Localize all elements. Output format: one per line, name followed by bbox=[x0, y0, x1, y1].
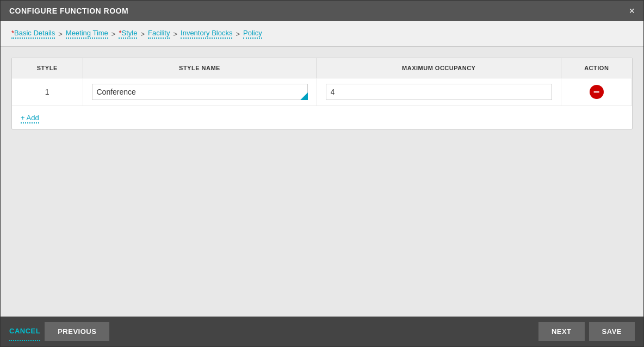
footer-right: NEXT SAVE bbox=[538, 322, 635, 341]
breadcrumb-separator-2: > bbox=[112, 30, 116, 38]
max-occupancy-input[interactable] bbox=[326, 84, 553, 100]
minus-icon: − bbox=[590, 85, 604, 99]
breadcrumb-item-policy[interactable]: Policy bbox=[243, 29, 262, 39]
col-header-action: ACTION bbox=[561, 58, 632, 78]
style-table-container: STYLE STYLE NAME MAXIMUM OCCUPANCY ACTIO… bbox=[11, 58, 633, 129]
footer-left: CANCEL PREVIOUS bbox=[9, 322, 109, 341]
breadcrumb-item-style[interactable]: Style bbox=[119, 29, 137, 39]
add-style-link[interactable]: + Add bbox=[21, 114, 39, 123]
next-button[interactable]: NEXT bbox=[538, 322, 585, 341]
breadcrumb: Basic Details > Meeting Time > Style > F… bbox=[1, 21, 643, 47]
col-header-max-occupancy: MAXIMUM OCCUPANCY bbox=[317, 58, 561, 78]
col-header-style: STYLE bbox=[12, 58, 83, 78]
configure-function-room-modal: CONFIGURE FUNCTION ROOM × Basic Details … bbox=[0, 0, 644, 347]
breadcrumb-item-inventory-blocks[interactable]: Inventory Blocks bbox=[181, 29, 232, 39]
modal-close-button[interactable]: × bbox=[629, 6, 635, 16]
breadcrumb-separator-4: > bbox=[173, 30, 177, 38]
breadcrumb-separator-1: > bbox=[58, 30, 63, 38]
col-header-style-name: STYLE NAME bbox=[83, 58, 317, 78]
breadcrumb-separator-3: > bbox=[140, 30, 145, 38]
cancel-button[interactable]: CANCEL bbox=[9, 322, 40, 341]
breadcrumb-item-meeting-time[interactable]: Meeting Time bbox=[66, 29, 108, 39]
action-cell: − bbox=[561, 78, 632, 106]
modal-header: CONFIGURE FUNCTION ROOM × bbox=[1, 1, 643, 21]
breadcrumb-item-basic-details[interactable]: Basic Details bbox=[11, 29, 55, 39]
max-occupancy-cell bbox=[317, 78, 561, 106]
style-number-cell: 1 bbox=[12, 78, 83, 106]
save-button[interactable]: SAVE bbox=[589, 322, 635, 341]
breadcrumb-item-facility[interactable]: Facility bbox=[148, 29, 170, 39]
previous-button[interactable]: PREVIOUS bbox=[45, 322, 109, 341]
style-name-cell bbox=[83, 78, 317, 106]
style-name-input-wrapper bbox=[92, 84, 308, 100]
add-row-section: + Add bbox=[12, 106, 632, 129]
content-area: STYLE STYLE NAME MAXIMUM OCCUPANCY ACTIO… bbox=[1, 47, 643, 317]
style-table: STYLE STYLE NAME MAXIMUM OCCUPANCY ACTIO… bbox=[12, 58, 632, 106]
modal-title: CONFIGURE FUNCTION ROOM bbox=[9, 7, 128, 15]
modal-footer: CANCEL PREVIOUS NEXT SAVE bbox=[1, 317, 643, 346]
breadcrumb-separator-5: > bbox=[236, 30, 240, 38]
remove-row-button[interactable]: − bbox=[590, 85, 604, 99]
table-row: 1 − bbox=[12, 78, 632, 106]
modal-body: Basic Details > Meeting Time > Style > F… bbox=[1, 21, 643, 317]
style-name-input[interactable] bbox=[92, 84, 308, 100]
